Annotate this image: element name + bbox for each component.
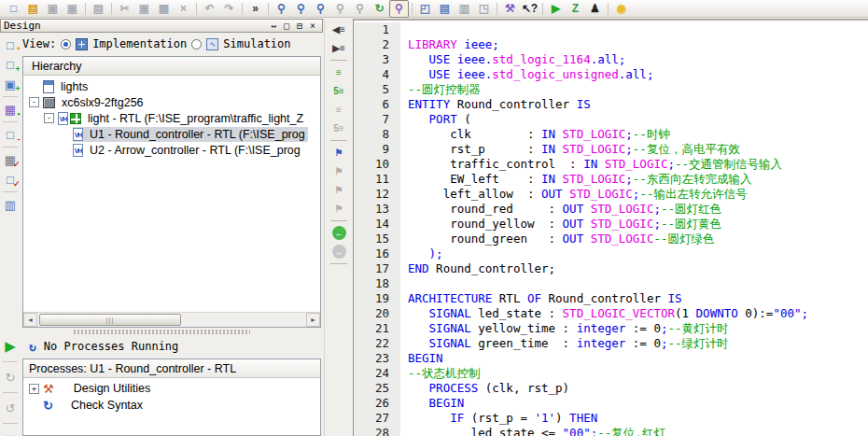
zoom-full-view-icon[interactable]: ⚲ [311, 0, 330, 18]
code-token: '1' [534, 411, 555, 425]
hierarchy-panel: Hierarchy lights-xc6slx9-2ftg256-light -… [22, 56, 321, 328]
hierarchy-item[interactable]: lights [23, 78, 320, 94]
run-icon[interactable]: ▶ [546, 0, 566, 18]
hierarchy-horizontal-scrollbar[interactable]: ◄ ||| ► [23, 312, 320, 327]
isim-icon[interactable]: Z [566, 0, 585, 18]
zoom-out-icon[interactable]: ⚲ [291, 0, 311, 18]
code-line[interactable]: 11 EW_left : IN STD_LOGIC;--东西向左转完成输入 [354, 172, 868, 187]
design-panel-titlebar[interactable]: Design ↔□⊟× [0, 19, 323, 33]
code-token: IN [541, 172, 563, 186]
code-editor[interactable]: 12LIBRARY ieee;3 USE ieee.std_logic_1164… [354, 19, 868, 436]
line-number: 22 [354, 336, 400, 351]
lightbulb-icon[interactable]: ◉ [611, 0, 631, 18]
code-line[interactable]: 17END Round_controller; [354, 261, 868, 276]
previous-mark-icon[interactable]: ◀≡ [329, 22, 349, 36]
code-line[interactable]: 26 BEGIN [354, 396, 868, 411]
add-copy-of-source-icon[interactable]: ▣+ [3, 77, 19, 91]
collapse-expander[interactable]: - [29, 97, 39, 107]
line-number: 3 [354, 52, 400, 67]
previous-bookmark-icon[interactable]: ⚑ [329, 183, 349, 197]
code-line[interactable]: 16 ); [354, 246, 868, 261]
line-number: 23 [354, 351, 400, 366]
code-line[interactable]: 18 [354, 276, 868, 291]
tile-horizontal-icon[interactable]: ▤ [435, 0, 455, 18]
code-line[interactable]: 20 SIGNAL led_state : STD_LOGIC_VECTOR(1… [354, 306, 868, 321]
restore-button[interactable]: ⊟ [293, 21, 306, 32]
code-line[interactable]: 27 IF (rst_p = '1') THEN [354, 411, 868, 426]
code-line[interactable]: 2LIBRARY ieee; [354, 37, 868, 52]
code-line[interactable]: 9 rst_p : IN STD_LOGIC;--复位，高电平有效 [354, 142, 868, 157]
code-line[interactable]: 10 traffic_control : IN STD_LOGIC;--交通管制… [354, 157, 868, 172]
next-bookmark-icon[interactable]: ⚑ [329, 164, 349, 178]
collapse-expander[interactable]: - [44, 113, 54, 123]
expand-expander[interactable]: + [29, 384, 39, 394]
open-file-icon[interactable]: ▤ [23, 0, 43, 18]
file-check-icon[interactable]: □✓ [3, 172, 19, 187]
run-process-icon[interactable]: ▶ [3, 339, 19, 354]
code-line[interactable]: 25 PROCESS (clk, rst_p) [354, 381, 868, 396]
code-token: ; [625, 172, 633, 186]
code-line[interactable]: 4 USE ieee.std_logic_unsigned.all; [354, 67, 868, 82]
new-source-icon[interactable]: □* [3, 37, 19, 52]
next-mark-icon[interactable]: ▶≡ [329, 41, 349, 55]
code-line[interactable]: 14 round_yellow : OUT STD_LOGIC;--圆灯黄色 [354, 217, 868, 232]
toggle-bookmark-icon[interactable]: ⚑ [329, 146, 349, 160]
scrollbar-thumb[interactable]: ||| [39, 314, 181, 326]
code-line[interactable]: 6ENTITY Round_controller IS [354, 97, 868, 112]
rerun-all-processes-icon[interactable]: ↺ [3, 401, 19, 415]
return-line-icon[interactable]: ≡ [329, 103, 349, 117]
close-button[interactable]: × [306, 21, 319, 32]
code-line[interactable]: 3 USE ieee.std_logic_1164.all; [354, 52, 868, 67]
return-line-number-icon[interactable]: 5≡ [329, 121, 349, 135]
code-line[interactable]: 15 round_green : OUT STD_LOGIC--圆灯绿色 [354, 232, 868, 246]
hierarchy-item[interactable]: U1 - Round_controller - RTL (F:\ISE_prog [23, 126, 320, 142]
zoom-in-icon[interactable]: ⚲ [272, 0, 291, 18]
maximize-button[interactable]: □ [280, 21, 293, 32]
code-line[interactable]: 5--圆灯控制器 [354, 82, 868, 97]
panel-splitter[interactable] [0, 329, 323, 335]
line-number: 15 [354, 232, 400, 246]
process-item[interactable]: ↻Check Syntax [23, 397, 320, 414]
navigate-forward-icon[interactable]: → [332, 245, 346, 259]
remove-source-icon[interactable]: □- [3, 127, 19, 142]
scroll-left-arrow[interactable]: ◄ [23, 313, 37, 327]
process-item[interactable]: +⚒Design Utilities [23, 380, 320, 397]
cascade-windows-icon[interactable]: ◰ [415, 0, 435, 18]
new-file-icon[interactable]: □ [4, 0, 23, 18]
clear-bookmarks-icon[interactable]: ⚑ [329, 202, 349, 216]
hierarchy-item[interactable]: U2 - Arrow_controller - RTL (F:\ISE_prog [23, 142, 320, 158]
view-radio-implementation[interactable] [61, 39, 71, 49]
overflow-chevron-icon[interactable]: » [245, 0, 265, 18]
context-help-icon[interactable]: ↖? [520, 0, 539, 18]
add-source-icon[interactable]: □+ [3, 57, 19, 72]
goto-line-icon[interactable]: ≡ [329, 65, 349, 79]
view-radio-simulation[interactable] [191, 39, 202, 49]
design-blocks-icon[interactable]: ▦▪ [3, 102, 19, 117]
hierarchy-item[interactable]: -light - RTL (F:\ISE_program\traffic_lig… [23, 110, 320, 126]
code-line[interactable]: 28 led_state <= "00";--复位,红灯 [354, 426, 868, 436]
find-icon[interactable]: ⚲ [389, 0, 409, 18]
navigate-back-icon[interactable]: ← [332, 226, 346, 240]
code-line[interactable]: 8 clk : IN STD_LOGIC;--时钟 [354, 127, 868, 142]
code-line[interactable]: 21 SIGNAL yellow_time : integer := 0;--黄… [354, 321, 868, 336]
figure-icon[interactable]: ♟ [585, 0, 605, 18]
device-check-icon[interactable]: ▦✓ [3, 152, 19, 167]
code-token: STD_LOGIC [563, 127, 626, 141]
code-line[interactable]: 12 left_allow : OUT STD_LOGIC;--输出左转允许信号 [354, 187, 868, 202]
stop-process-icon[interactable]: ⊠ [3, 431, 19, 436]
scroll-right-arrow[interactable]: ► [306, 313, 320, 327]
code-line[interactable]: 1 [354, 22, 868, 37]
rerun-process-icon[interactable]: ↻ [3, 370, 19, 385]
code-line[interactable]: 13 round_red : OUT STD_LOGIC;--圆灯红色 [354, 202, 868, 217]
code-line[interactable]: 19ARCHITECTURE RTL OF Round_controller I… [354, 291, 868, 306]
hierarchy-item[interactable]: -xc6slx9-2ftg256 [23, 94, 320, 110]
code-line[interactable]: 7 PORT ( [354, 112, 868, 127]
dual-panel-icon[interactable]: ▥ [3, 197, 19, 212]
tools-icon[interactable]: ⚒ [500, 0, 520, 18]
code-line[interactable]: 23BEGIN [354, 351, 868, 366]
code-line[interactable]: 24--状态机控制 [354, 366, 868, 381]
code-line[interactable]: 22 SIGNAL green_time : integer := 0;--绿灯… [354, 336, 868, 351]
refresh-view-icon[interactable]: ↻ [370, 0, 389, 18]
goto-line-number-icon[interactable]: 5≡ [329, 84, 349, 98]
undock-button[interactable]: ↔ [267, 21, 280, 32]
